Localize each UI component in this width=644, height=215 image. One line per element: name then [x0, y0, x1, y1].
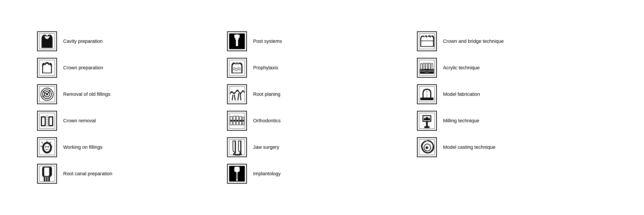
cavity-preparation-icon [37, 31, 57, 51]
svg-rect-31 [234, 35, 236, 36]
svg-point-92 [426, 146, 428, 149]
item-prophylaxis: Prophylaxis [227, 56, 417, 79]
svg-rect-90 [424, 126, 430, 128]
crown-preparation-icon [37, 58, 57, 78]
item-acrylic-technique: Acrylic technique [417, 56, 607, 79]
cavity-preparation-label: Cavity preparation [63, 38, 103, 44]
orthodontics-icon [227, 111, 247, 131]
item-crown-preparation: Crown preparation [37, 56, 227, 79]
acrylic-technique-label: Acrylic technique [443, 65, 480, 71]
crown-bridge-technique-label: Crown and bridge technique [443, 38, 504, 44]
jaw-surgery-label: Jaw surgery [253, 144, 280, 150]
working-on-fillings-icon [37, 137, 57, 157]
svg-rect-29 [235, 38, 239, 40]
root-canal-preparation-label: Root canal preparation [63, 171, 112, 176]
svg-rect-53 [229, 140, 245, 155]
root-planing-label: Root planing [253, 92, 280, 97]
model-casting-technique-label: Model casting technique [443, 144, 495, 150]
item-orthodontics: Orthodontics [227, 110, 417, 132]
svg-point-18 [44, 144, 50, 152]
item-crown-bridge-technique: Crown and bridge technique [417, 30, 607, 52]
svg-point-54 [233, 154, 235, 155]
item-cavity-preparation: Cavity preparation [37, 30, 227, 52]
item-crown-removal: Crown removal [37, 110, 227, 132]
svg-point-6 [46, 93, 48, 95]
column-1: Cavity preparation Crown preparation [37, 30, 227, 185]
column-3: Crown and bridge technique [417, 30, 607, 185]
removal-old-fillings-icon [37, 84, 57, 104]
svg-rect-13 [42, 118, 44, 125]
crown-removal-icon [37, 111, 57, 131]
prophylaxis-icon [227, 58, 247, 78]
svg-rect-79 [423, 63, 425, 69]
svg-rect-80 [426, 63, 427, 69]
item-post-systems: Post systems [227, 30, 417, 52]
svg-point-56 [236, 154, 238, 156]
svg-rect-84 [420, 98, 434, 100]
svg-point-24 [45, 146, 46, 148]
acrylic-technique-icon [417, 58, 437, 78]
implantology-icon [227, 164, 247, 184]
item-jaw-surgery: Jaw surgery [227, 136, 417, 158]
svg-point-55 [235, 154, 236, 156]
svg-rect-81 [429, 63, 430, 69]
item-working-on-fillings: Working on fillings [37, 136, 227, 158]
removal-old-fillings-label: Removal of old fillings [63, 92, 110, 97]
svg-rect-32 [236, 34, 238, 36]
svg-rect-33 [238, 35, 240, 36]
milling-technique-label: Milling technique [443, 118, 479, 124]
svg-rect-30 [236, 40, 238, 46]
post-systems-label: Post systems [253, 38, 282, 44]
crown-preparation-label: Crown preparation [63, 65, 103, 71]
item-model-casting-technique: Model casting technique [417, 136, 607, 158]
model-fabrication-label: Model fabrication [443, 92, 480, 97]
item-removal-old-fillings: Removal of old fillings [37, 83, 227, 106]
working-on-fillings-label: Working on fillings [63, 144, 102, 150]
item-root-planing: Root planing [227, 83, 417, 106]
post-systems-icon [227, 31, 247, 51]
column-2: Post systems Prophylaxis [227, 30, 417, 185]
svg-point-57 [238, 154, 240, 156]
root-canal-preparation-icon [37, 164, 57, 184]
svg-rect-78 [421, 64, 422, 69]
item-model-fabrication: Model fabrication [417, 83, 607, 106]
item-root-canal-preparation: Root canal preparation [37, 162, 227, 185]
root-planing-icon [227, 84, 247, 104]
svg-rect-14 [50, 118, 52, 125]
crown-bridge-technique-icon [417, 31, 437, 51]
svg-point-25 [48, 146, 49, 148]
model-fabrication-icon [417, 84, 437, 104]
crown-removal-label: Crown removal [63, 118, 96, 124]
milling-technique-icon [417, 111, 437, 131]
prophylaxis-label: Prophylaxis [253, 65, 278, 71]
svg-rect-82 [431, 64, 433, 69]
orthodontics-label: Orthodontics [253, 118, 281, 124]
main-grid: Cavity preparation Crown preparation [24, 21, 620, 194]
model-casting-technique-icon [417, 137, 437, 157]
item-implantology: Implantology [227, 162, 417, 185]
svg-point-58 [240, 154, 242, 155]
item-milling-technique: Milling technique [417, 110, 607, 132]
jaw-surgery-icon [227, 137, 247, 157]
implantology-label: Implantology [253, 171, 281, 176]
